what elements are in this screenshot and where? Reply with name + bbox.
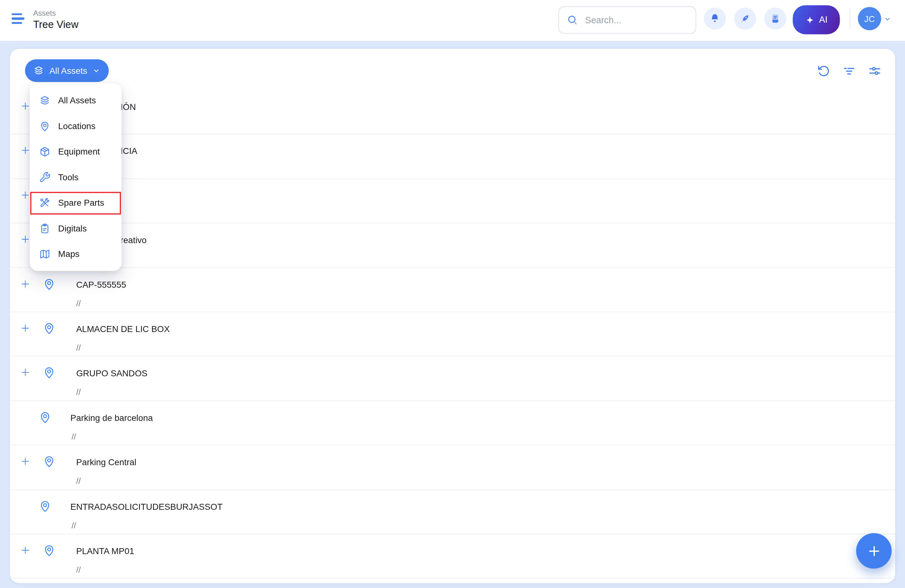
menu-item-maps[interactable]: Maps [30,241,121,266]
asset-path: // [76,476,81,486]
menu-item-spare-parts[interactable]: Spare Parts [30,190,121,215]
map-icon [39,248,51,260]
location-pin-icon [43,455,56,468]
expand-plus-icon[interactable] [21,190,30,200]
sparkle-icon [805,15,815,24]
asset-tree-list: IÓN ICIA reativo [10,90,895,578]
sliders-icon[interactable] [868,64,882,78]
location-pin-icon [43,544,56,557]
map-pin-icon [39,120,51,132]
menu-item-label: All Assets [58,95,96,105]
menu-item-label: Digitals [58,223,87,233]
table-row[interactable]: GRUPO SANDOS // [10,357,895,401]
menu-item-label: Spare Parts [58,198,104,207]
layers-icon [39,95,51,106]
expand-plus-icon[interactable] [21,279,30,288]
menu-item-locations[interactable]: Locations [30,113,121,138]
clipboard-icon [39,222,51,234]
rocket-icon [739,13,751,24]
table-row[interactable]: ALMACEN DE LIC BOX // [10,312,895,357]
table-row[interactable]: Parking Central // [10,445,895,490]
menu-item-tools[interactable]: Tools [30,164,121,190]
asset-name: Parking Central [76,457,136,467]
refresh-icon[interactable] [816,64,830,78]
expand-plus-icon[interactable] [21,101,30,111]
asset-path: // [76,299,81,308]
app-header: Assets Tree View [0,0,905,41]
menu-item-label: Locations [58,121,95,131]
expand-plus-icon[interactable] [21,146,30,155]
asset-path: // [76,387,81,397]
app-root: Assets Tree View [0,0,905,588]
layers-icon [33,65,44,76]
expand-plus-icon[interactable] [21,456,30,466]
hamburger-menu-icon[interactable] [12,14,25,27]
page-title: Tree View [33,19,79,31]
expand-plus-icon[interactable] [21,323,30,333]
asset-name: ICIA [121,146,137,156]
user-avatar[interactable]: JC [858,7,881,30]
box-icon [39,146,51,157]
filter-icon[interactable] [842,64,856,78]
expand-plus-icon[interactable] [21,234,30,244]
notifications-button[interactable] [704,8,726,30]
asset-path: // [71,432,76,441]
expand-plus-icon[interactable] [21,368,30,377]
asset-name: PLANTA MP01 [76,546,134,556]
expand-plus-icon[interactable] [21,545,30,555]
spare-parts-icon [39,197,51,209]
location-pin-icon [43,366,56,379]
menu-item-label: Equipment [58,146,100,156]
menu-item-all-assets[interactable]: All Assets [30,88,121,113]
menu-item-equipment[interactable]: Equipment [30,138,121,164]
location-pin-icon [43,321,56,335]
table-row[interactable]: reativo [10,223,895,268]
table-row[interactable]: CAP-555555 // [10,268,895,312]
breadcrumb: Assets [33,9,56,17]
documentation-button[interactable] [764,8,786,30]
table-row[interactable]: Parking de barcelona // [10,401,895,445]
documentation-icon [770,13,781,24]
avatar-chevron-down-icon[interactable] [884,16,892,23]
table-row[interactable]: ICIA [10,135,895,179]
asset-path: // [76,565,81,574]
avatar-initials: JC [864,14,875,23]
rocket-button[interactable] [734,8,756,30]
menu-item-label: Maps [58,249,79,258]
asset-type-dropdown-menu: All Assets Locations Equipment Tools [30,83,121,271]
ai-button-label: AI [819,14,827,25]
asset-type-dropdown-button[interactable]: All Assets [25,59,109,82]
menu-item-digitals[interactable]: Digitals [30,216,121,241]
table-row[interactable] [10,179,895,223]
table-row[interactable]: IÓN [10,90,895,135]
table-row[interactable]: ENTRADASOLICITUDESBURJASSOT // [10,490,895,534]
plus-icon [866,544,881,558]
bell-icon [709,13,721,24]
table-row[interactable]: PLANTA MP01 // [10,534,895,578]
asset-name: ALMACEN DE LIC BOX [76,324,170,334]
search-input[interactable] [584,14,690,26]
header-divider [850,8,850,29]
tree-view-card: IÓN ICIA reativo [10,49,895,583]
asset-name: CAP-555555 [76,279,126,289]
menu-item-label: Tools [58,172,79,182]
asset-path: // [76,343,81,352]
add-asset-fab-button[interactable] [856,533,892,569]
ai-assistant-button[interactable]: AI [793,5,840,35]
location-pin-icon [38,499,52,513]
chevron-down-icon [92,67,100,74]
location-pin-icon [38,410,52,424]
asset-name: Parking de barcelona [70,413,153,422]
asset-type-label: All Assets [49,66,87,75]
wrench-icon [39,171,51,183]
asset-path: // [71,521,76,530]
asset-name: reativo [121,235,146,245]
asset-name: ENTRADASOLICITUDESBURJASSOT [70,501,222,511]
search-icon [567,14,579,26]
asset-name: GRUPO SANDOS [76,368,148,378]
asset-name: IÓN [121,102,136,111]
location-pin-icon [43,277,56,290]
search-box[interactable] [558,6,696,33]
